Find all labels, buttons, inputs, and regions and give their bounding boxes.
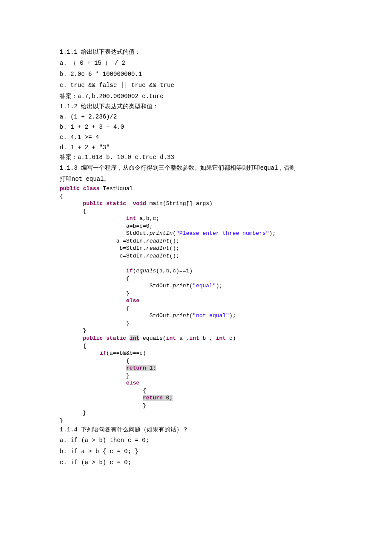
class-name: TestUqual	[100, 185, 133, 192]
q114-heading: 1.1.4 下列语句各有什么问题（如果有的话）？	[60, 425, 332, 436]
equals-sig-a: a ,	[176, 335, 189, 341]
q112-b: b. 1 + 2 + 3 + 4.0	[60, 122, 332, 133]
q111-a: a. （ 0 + 15 ） / 2	[60, 58, 332, 69]
kw-public: public	[83, 200, 103, 207]
kw-int-b: int	[189, 335, 199, 341]
q112-heading: 1.1.2 给出以下表达式的类型和值：	[60, 102, 332, 112]
str-prompt: "Please enter three numbers"	[176, 230, 269, 237]
readint-c: readInt	[146, 253, 170, 259]
q111-b: b. 2.0e-6 * 100000000.1	[60, 69, 332, 80]
kw-static2: static	[106, 335, 126, 341]
assign-a: a =StdIn.	[116, 238, 146, 244]
main-sig: main(String[] args)	[146, 200, 213, 207]
kw-int-c: int	[216, 335, 226, 341]
equals-sig-b: b ,	[199, 335, 216, 341]
stdout-p1: StdOut.	[150, 283, 173, 289]
q111-heading: 1.1.1 给出以下表达式的值：	[60, 47, 332, 58]
kw-void: void	[133, 200, 146, 207]
stdout-p2: StdOut.	[150, 312, 173, 319]
init-abc: a=b=c=0;	[126, 223, 153, 229]
q114-a: a. if (a > b) then c = 0;	[60, 435, 332, 446]
q111-c: c. true && false || true && true	[60, 80, 332, 91]
kw-int: int	[126, 215, 136, 222]
kw-else1: else	[126, 298, 139, 304]
q112-a: a. (1 + 2.236)/2	[60, 112, 332, 122]
q112-answer: 答案：a.1.618 b. 10.0 c.true d.33	[60, 153, 332, 163]
q111-answer: 答案：a.7,b.200.0000002 c.ture	[60, 91, 332, 102]
kw-public: public	[60, 185, 80, 192]
cond2: (a==b&&b==c)	[106, 350, 146, 356]
readint-b: readInt	[146, 245, 170, 251]
stdout: StdOut.	[126, 230, 150, 237]
kw-if2: if	[100, 350, 107, 356]
print2: print	[173, 312, 189, 319]
kw-static: static	[106, 200, 126, 207]
equals-call: equals	[136, 268, 156, 274]
str-not-equal: "not equal"	[193, 312, 229, 319]
zero: 0;	[163, 395, 173, 401]
str-equal: "equal"	[193, 283, 216, 289]
q114-b: b. if a > b { c = 0; }	[60, 446, 332, 457]
q114-c: c. if (a > b) c = 0;	[60, 457, 332, 468]
print1: print	[173, 283, 189, 289]
kw-int-a: int	[166, 335, 176, 341]
equals-sig1: equals(	[139, 335, 166, 341]
println: println	[150, 230, 173, 237]
assign-c: c=StdIn.	[119, 253, 146, 259]
kw-return1: return	[126, 365, 146, 371]
code-block: public class TestUqual { public static v…	[60, 185, 332, 425]
one: 1;	[146, 365, 156, 371]
readint-a: readInt	[146, 238, 170, 244]
q112-d: d. 1 + 2 + "3"	[60, 143, 332, 153]
kw-int-ret: int	[130, 335, 139, 341]
kw-class: class	[83, 185, 100, 192]
kw-return2: return	[143, 395, 163, 401]
equals-sig-c: c)	[226, 335, 236, 341]
kw-else2: else	[126, 380, 139, 386]
q113-heading-line2: 打印not equal。	[60, 174, 332, 185]
kw-public2: public	[83, 335, 103, 341]
q113-heading-line1: 1.1.3 编写一个程序，从命令行得到三个整数参数。如果它们都相等则打印equa…	[60, 163, 332, 174]
cond1: (a,b,c)==1)	[156, 268, 193, 274]
q112-c: c. 4.1 >= 4	[60, 133, 332, 143]
decl-abc: a,b,c;	[136, 215, 159, 222]
assign-b: b=StdIn.	[119, 245, 146, 251]
kw-if: if	[126, 268, 133, 274]
